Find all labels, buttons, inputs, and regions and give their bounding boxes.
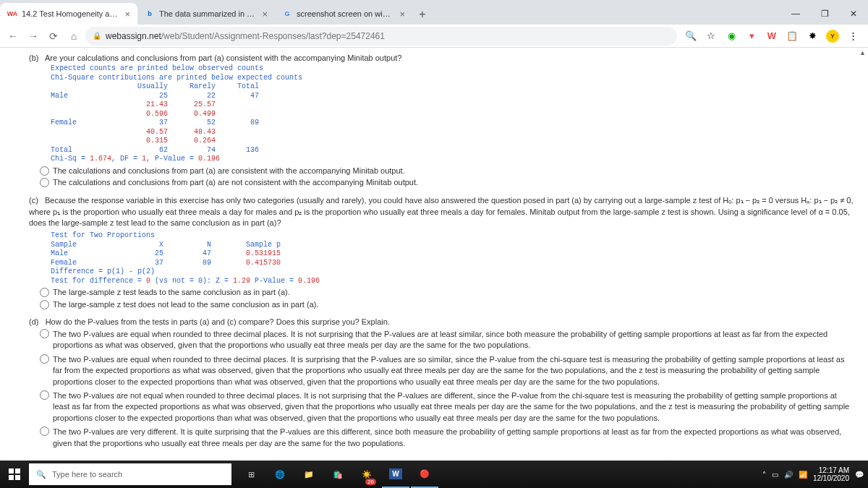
part-c-label: (c) — [29, 196, 38, 205]
part-d-option-2[interactable]: The two P-values are equal when rounded … — [40, 354, 854, 388]
word-icon: W — [389, 468, 401, 479]
tab-title: 14.2 Test Homogeneity and Indp — [22, 9, 119, 18]
profile-icon[interactable]: Y — [826, 30, 839, 43]
chrome-icon: 🔴 — [420, 469, 430, 479]
toolbar-extensions: 🔍 ☆ ◉ ▾ W 📋 ✸ Y ⋮ — [680, 30, 864, 43]
favicon-b: b — [145, 9, 155, 19]
store-icon: 🛍️ — [333, 470, 343, 479]
part-d-label: (d) — [29, 317, 38, 326]
minitab-output-b: Expected counts are printed below observ… — [51, 64, 854, 164]
tab-title: screenshot screen on windows - — [297, 9, 393, 18]
weather-badge: 26 — [365, 479, 376, 485]
weather-icon: ☀️ — [362, 470, 372, 479]
taskbar-word[interactable]: W — [382, 461, 409, 488]
part-d-question: How do the P-values from the tests in pa… — [46, 317, 390, 326]
part-b-question: Are your calculations and conclusions fr… — [45, 53, 401, 62]
lock-icon: 🔒 — [93, 32, 101, 40]
ext-pocket-icon[interactable]: ▾ — [745, 30, 758, 43]
taskbar-clock[interactable]: 12:17 AM 12/10/2020 — [813, 466, 849, 483]
browser-tab[interactable]: b The data summarized in the acco × — [137, 3, 275, 25]
part-c-option-2[interactable]: The large-sample z test does not lead to… — [40, 299, 854, 310]
radio-input[interactable] — [40, 354, 49, 364]
part-c-intro-text: Because the response variable in this ex… — [29, 196, 853, 227]
taskbar-edge[interactable]: 🌐 — [266, 461, 294, 488]
minitab-output-c: Test for Two Proportions Sample X N Samp… — [51, 231, 854, 286]
close-icon[interactable]: × — [124, 9, 130, 20]
part-b-label: (b) — [29, 53, 38, 62]
windows-taskbar: 🔍 Type here to search ⊞ 🌐 📁 🛍️ ☀️26 W 🔴 … — [0, 461, 868, 488]
svg-rect-0 — [9, 468, 14, 474]
clock-time: 12:17 AM — [813, 466, 849, 475]
radio-input[interactable] — [40, 390, 49, 400]
extensions-icon[interactable]: ✸ — [806, 30, 819, 43]
notifications-icon[interactable]: 💬 — [855, 471, 864, 479]
taskbar-apps: ⊞ 🌐 📁 🛍️ ☀️26 W 🔴 — [237, 461, 438, 488]
favicon-wa: WA — [7, 9, 17, 19]
part-b-option-2[interactable]: The calculations and conclusions from pa… — [40, 177, 854, 188]
radio-input[interactable] — [40, 288, 49, 297]
part-d-option-1[interactable]: The two P-values are equal when rounded … — [40, 329, 854, 351]
start-button[interactable] — [0, 461, 29, 488]
part-c-option-1[interactable]: The large-sample z test leads to the sam… — [40, 287, 854, 298]
system-tray: ˄ ▭ 🔊 📶 12:17 AM 12/10/2020 💬 — [762, 466, 868, 483]
tray-battery-icon[interactable]: ▭ — [772, 471, 778, 479]
search-icon: 🔍 — [36, 470, 46, 479]
radio-input[interactable] — [40, 427, 49, 436]
url-domain: webassign.net — [106, 31, 161, 41]
search-placeholder: Type here to search — [52, 470, 122, 479]
close-icon[interactable]: × — [399, 9, 405, 20]
window-controls: — ❐ ✕ — [781, 3, 868, 25]
ext-grammarly-icon[interactable]: ◉ — [725, 30, 738, 43]
radio-input[interactable] — [40, 300, 49, 309]
tab-title: The data summarized in the acco — [159, 9, 256, 18]
part-d-option-3[interactable]: The two P-values are not equal when roun… — [40, 390, 854, 424]
taskbar-chrome[interactable]: 🔴 — [411, 461, 438, 488]
browser-tab-strip: WA 14.2 Test Homogeneity and Indp × b Th… — [0, 0, 868, 25]
svg-rect-2 — [9, 475, 14, 480]
maximize-button[interactable]: ❐ — [810, 3, 839, 25]
tray-chevron-icon[interactable]: ˄ — [762, 471, 766, 479]
taskbar-explorer[interactable]: 📁 — [295, 461, 323, 488]
svg-rect-1 — [15, 468, 20, 474]
clock-date: 12/10/2020 — [813, 474, 849, 483]
taskbar-search[interactable]: 🔍 Type here to search — [29, 463, 231, 485]
radio-input[interactable] — [40, 178, 49, 187]
close-window-button[interactable]: ✕ — [839, 3, 868, 25]
minimize-button[interactable]: — — [781, 3, 810, 25]
part-d-option-4[interactable]: The two P-values are very different. It … — [40, 427, 854, 449]
taskbar-weather[interactable]: ☀️26 — [353, 461, 380, 488]
address-bar[interactable]: 🔒 webassign.net/web/Student/Assignment-R… — [85, 27, 677, 46]
svg-rect-3 — [15, 475, 20, 480]
page-content: ▲ (b) Are your calculations and conclusi… — [0, 48, 868, 456]
task-view-button[interactable]: ⊞ — [237, 461, 265, 488]
radio-input[interactable] — [40, 166, 49, 176]
browser-toolbar: ← → ⟳ ⌂ 🔒 webassign.net/web/Student/Assi… — [0, 25, 868, 48]
home-button[interactable]: ⌂ — [65, 27, 82, 45]
back-button[interactable]: ← — [4, 27, 22, 45]
taskbar-store[interactable]: 🛍️ — [324, 461, 352, 488]
scrollbar-up-icon[interactable]: ▲ — [859, 49, 866, 56]
browser-tab[interactable]: G screenshot screen on windows - × — [275, 3, 412, 25]
tray-wifi-icon[interactable]: 📶 — [799, 471, 807, 479]
edge-icon: 🌐 — [275, 470, 285, 479]
task-view-icon: ⊞ — [248, 470, 255, 479]
windows-logo-icon — [9, 468, 20, 480]
new-tab-button[interactable]: + — [412, 4, 433, 25]
favicon-g: G — [282, 9, 292, 19]
browser-tab-active[interactable]: WA 14.2 Test Homogeneity and Indp × — [0, 3, 137, 25]
tray-volume-icon[interactable]: 🔊 — [784, 471, 793, 479]
part-b-option-1[interactable]: The calculations and conclusions from pa… — [40, 166, 854, 176]
search-icon[interactable]: 🔍 — [684, 30, 697, 43]
ext-w-icon[interactable]: W — [765, 30, 778, 43]
menu-icon[interactable]: ⋮ — [846, 30, 859, 43]
reload-button[interactable]: ⟳ — [45, 27, 62, 45]
folder-icon: 📁 — [304, 470, 314, 479]
close-icon[interactable]: × — [262, 9, 268, 20]
radio-input[interactable] — [40, 329, 49, 338]
star-icon[interactable]: ☆ — [705, 30, 718, 43]
ext-notes-icon[interactable]: 📋 — [786, 30, 799, 43]
url-path: /web/Student/Assignment-Responses/last?d… — [161, 31, 385, 41]
forward-button[interactable]: → — [25, 27, 42, 45]
